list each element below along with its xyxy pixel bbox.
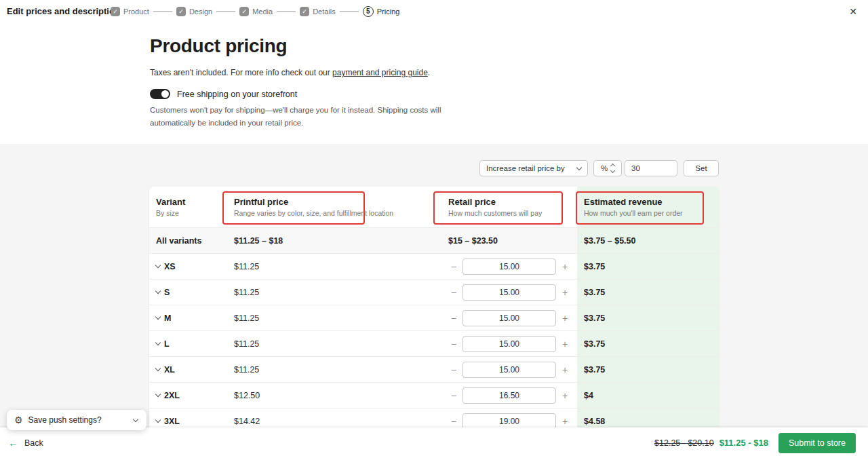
step-connector xyxy=(153,11,172,12)
plus-icon: + xyxy=(562,364,568,375)
bulk-amount-input[interactable] xyxy=(625,160,677,176)
estimated-revenue-column-header: Estimated revenue How much you'll earn p… xyxy=(577,197,719,217)
revenue-value: $4.58 xyxy=(584,417,605,426)
printful-price-value: $11.25 – $18 xyxy=(234,236,283,246)
retail-price-input[interactable] xyxy=(462,259,556,275)
footer-bar: ← Back $12.25 - $20.10 $11.25 - $18 Subm… xyxy=(0,427,868,458)
expand-row-button[interactable] xyxy=(156,313,164,324)
check-icon: ✓ xyxy=(176,7,186,16)
retail-price-input[interactable] xyxy=(462,413,556,430)
increase-price-button[interactable]: + xyxy=(559,310,570,326)
estimated-revenue-cell: $3.75 xyxy=(577,262,719,271)
column-title: Retail price xyxy=(448,197,577,207)
step-label: Media xyxy=(252,7,273,16)
plus-icon: + xyxy=(562,261,568,272)
back-label: Back xyxy=(24,438,43,448)
printful-price-cell: $14.42 xyxy=(234,417,448,426)
increase-price-button[interactable]: + xyxy=(559,362,570,378)
retail-price-input[interactable] xyxy=(462,310,556,326)
plus-icon: + xyxy=(562,390,568,401)
decrease-price-button[interactable]: − xyxy=(448,387,459,404)
retail-price-cell: − + xyxy=(448,259,577,275)
check-icon: ✓ xyxy=(300,7,309,16)
printful-price-value: $12.50 xyxy=(234,391,260,400)
variant-row-m: M $11.25 − + $3.75 xyxy=(149,305,719,330)
submit-to-store-button[interactable]: Submit to store xyxy=(778,433,856,453)
tax-note: Taxes aren't included. For more info che… xyxy=(150,68,455,77)
unit-value: % xyxy=(601,164,608,172)
step-details[interactable]: ✓ Details xyxy=(300,7,336,16)
step-product[interactable]: ✓ Product xyxy=(111,7,149,16)
bulk-price-controls: Increase retail price by % Set xyxy=(479,160,719,176)
decrease-price-button[interactable]: − xyxy=(448,259,459,275)
increase-price-button[interactable]: + xyxy=(559,336,570,352)
expand-row-button[interactable] xyxy=(156,390,164,401)
push-settings-label: Save push settings? xyxy=(28,415,132,425)
decrease-price-button[interactable]: − xyxy=(448,284,459,301)
close-button[interactable]: ✕ xyxy=(846,5,860,18)
retail-price-cell: − + xyxy=(448,387,577,404)
retail-price-input[interactable] xyxy=(462,387,556,404)
set-button[interactable]: Set xyxy=(684,160,719,176)
column-subtitle: Range varies by color, size, and fulfill… xyxy=(234,209,448,217)
pricing-guide-link[interactable]: payment and pricing guide xyxy=(332,68,428,77)
increase-price-button[interactable]: + xyxy=(559,387,570,404)
decrease-price-button[interactable]: − xyxy=(448,413,459,430)
increase-price-button[interactable]: + xyxy=(559,413,570,430)
chevron-down-icon xyxy=(155,288,161,294)
step-design[interactable]: ✓ Design xyxy=(176,7,212,16)
expand-row-button[interactable] xyxy=(156,416,164,427)
estimated-revenue-cell: $3.75 xyxy=(577,313,719,323)
step-connector xyxy=(340,11,359,12)
retail-price-cell: − + xyxy=(448,413,577,430)
decrease-price-button[interactable]: − xyxy=(448,310,459,326)
expand-row-button[interactable] xyxy=(156,364,164,375)
increase-price-button[interactable]: + xyxy=(559,259,570,275)
printful-price-value: $14.42 xyxy=(234,417,260,426)
column-title: Estimated revenue xyxy=(584,197,719,207)
column-subtitle: By size xyxy=(156,209,234,217)
unit-select[interactable]: % xyxy=(593,160,622,176)
all-variants-label: All variants xyxy=(156,236,201,246)
retail-price-cell: − + xyxy=(448,310,577,326)
retail-price-input[interactable] xyxy=(462,362,556,378)
increase-price-button[interactable]: + xyxy=(559,284,570,301)
expand-row-button[interactable] xyxy=(156,287,164,298)
chevron-down-icon xyxy=(155,314,161,320)
printful-price-value: $11.25 xyxy=(234,262,259,271)
variant-cell: XS xyxy=(149,261,234,272)
pricing-action-select[interactable]: Increase retail price by xyxy=(479,160,588,176)
variant-row-xs: XS $11.25 − + $3.75 xyxy=(149,253,719,279)
free-shipping-toggle[interactable] xyxy=(150,89,170,99)
estimated-revenue-cell: $3.75 xyxy=(577,365,719,375)
back-button[interactable]: ← Back xyxy=(8,438,43,448)
expand-row-button[interactable] xyxy=(156,339,164,349)
retail-price-input[interactable] xyxy=(462,284,556,301)
minus-icon: − xyxy=(451,364,456,375)
pricing-action-value: Increase retail price by xyxy=(486,164,565,172)
column-title: Variant xyxy=(156,197,234,207)
printful-price-value: $11.25 xyxy=(234,288,259,297)
modal-title: Edit prices and description xyxy=(7,0,120,23)
minus-icon: − xyxy=(451,390,456,401)
retail-price-value: $15 – $23.50 xyxy=(448,236,498,246)
decrease-price-button[interactable]: − xyxy=(448,362,459,378)
chevron-down-icon xyxy=(155,417,161,423)
retail-price-cell: $15 – $23.50 xyxy=(448,236,577,246)
expand-row-button[interactable] xyxy=(156,261,164,272)
variant-cell: XL xyxy=(149,364,234,375)
collapse-popup-button[interactable] xyxy=(132,418,139,423)
step-media[interactable]: ✓ Media xyxy=(239,7,273,16)
variant-size-label: M xyxy=(164,313,171,323)
back-arrow-icon: ← xyxy=(8,438,18,448)
decrease-price-button[interactable]: − xyxy=(448,336,459,352)
variant-size-label: 2XL xyxy=(164,391,180,400)
step-pricing[interactable]: 5 Pricing xyxy=(363,6,400,17)
chevron-up-icon[interactable] xyxy=(610,164,615,168)
plus-icon: + xyxy=(562,313,568,324)
column-subtitle: How much you'll earn per order xyxy=(584,209,719,217)
step-label: Pricing xyxy=(377,7,400,16)
all-variants-row: All variants $11.25 – $18 $15 – $23.50 $… xyxy=(149,227,719,253)
retail-price-input[interactable] xyxy=(462,336,556,352)
chevron-down-icon[interactable] xyxy=(610,168,615,173)
